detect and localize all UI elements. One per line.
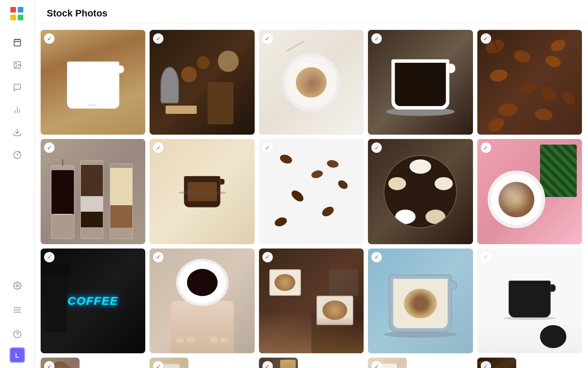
- photo-grid-container[interactable]: ✓ BEAN. ✓: [35, 24, 588, 368]
- check-icon[interactable]: ✓: [371, 33, 382, 44]
- sidebar: L: [0, 0, 35, 368]
- check-icon[interactable]: ✓: [481, 33, 491, 44]
- sidebar-item-campaigns[interactable]: [8, 145, 27, 165]
- check-icon[interactable]: ✓: [481, 142, 491, 153]
- coffee-sign-text: COFFEE: [67, 294, 118, 308]
- svg-point-5: [15, 63, 16, 65]
- page-header: Stock Photos: [35, 0, 588, 24]
- check-icon[interactable]: ✓: [262, 361, 273, 368]
- photo-item[interactable]: ✓: [368, 139, 473, 244]
- photo-item[interactable]: ✓: [150, 358, 189, 368]
- sidebar-item-analytics[interactable]: [8, 100, 27, 119]
- photo-item[interactable]: ✓: [368, 30, 473, 135]
- photo-item[interactable]: ✓: [259, 358, 298, 368]
- avatar[interactable]: L: [10, 347, 25, 363]
- page-title: Stock Photos: [47, 8, 576, 19]
- svg-rect-0: [14, 39, 20, 46]
- check-icon[interactable]: ✓: [371, 252, 382, 262]
- photo-item[interactable]: ✓: [368, 249, 473, 353]
- photo-item[interactable]: ✓: [259, 30, 364, 135]
- svg-point-15: [13, 331, 21, 338]
- check-icon[interactable]: ✓: [481, 361, 491, 368]
- sidebar-item-checklist[interactable]: [8, 300, 27, 320]
- check-icon[interactable]: ✓: [262, 33, 273, 44]
- photo-item[interactable]: ✓: [259, 249, 364, 353]
- sidebar-item-chat[interactable]: [8, 78, 27, 97]
- photo-item[interactable]: ✓: [477, 358, 516, 368]
- photo-grid: ✓ BEAN. ✓: [41, 30, 582, 368]
- photo-item[interactable]: ✓: [150, 30, 254, 135]
- sidebar-item-download[interactable]: [8, 123, 27, 142]
- sidebar-item-photos[interactable]: [8, 55, 27, 74]
- photo-item[interactable]: ✓: [368, 358, 407, 368]
- sidebar-item-help[interactable]: [8, 325, 27, 344]
- photo-item[interactable]: ✓: [150, 249, 254, 353]
- photo-item[interactable]: ✓: [477, 30, 582, 135]
- photo-item[interactable]: ✓: [41, 358, 80, 368]
- main-content: Stock Photos ✓ BEAN. ✓: [35, 0, 588, 368]
- app-logo[interactable]: [9, 5, 26, 23]
- check-icon[interactable]: ✓: [44, 252, 54, 262]
- check-icon[interactable]: ✓: [44, 33, 54, 44]
- photo-item[interactable]: ✓: [41, 139, 145, 244]
- check-icon[interactable]: ✓: [262, 252, 273, 262]
- photo-item[interactable]: ✓ BEAN.: [41, 30, 145, 135]
- photo-item[interactable]: ✓: [259, 139, 364, 244]
- sidebar-item-calendar[interactable]: [8, 33, 27, 52]
- check-icon[interactable]: ✓: [481, 252, 491, 262]
- photo-item[interactable]: ✓: [477, 139, 582, 244]
- photo-item[interactable]: ✓: [150, 139, 254, 244]
- photo-item[interactable]: ✓: [477, 249, 582, 353]
- sidebar-item-settings[interactable]: [8, 276, 27, 295]
- photo-item-coffee-sign[interactable]: ✓ COFFEE: [41, 249, 145, 353]
- check-icon[interactable]: ✓: [44, 361, 54, 368]
- svg-point-11: [16, 285, 18, 287]
